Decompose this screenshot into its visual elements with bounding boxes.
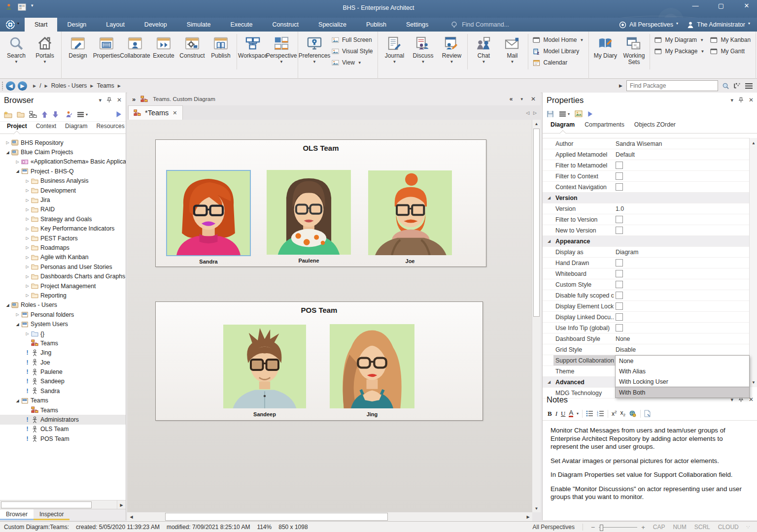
ribbon-tab-simulate[interactable]: Simulate xyxy=(177,18,221,32)
tree-item-sandeep[interactable]: !Sandeep xyxy=(0,377,126,386)
actor-sandra[interactable]: Sandra xyxy=(167,170,250,265)
ribbon-visual-style-button[interactable]: Visual Style xyxy=(332,46,373,56)
ribbon-view-button[interactable]: View▼ xyxy=(332,58,373,67)
ribbon-review-button[interactable]: Review▼ xyxy=(437,33,466,70)
property-section-version[interactable]: ◢Version xyxy=(543,193,750,203)
ribbon-search-button[interactable]: Search▼ xyxy=(2,33,31,70)
ribbon-collaborate-button[interactable]: Collaborate xyxy=(121,33,149,70)
property-row-version[interactable]: Version1.0 xyxy=(543,203,750,214)
ribbon-my-gantt-button[interactable]: My Gantt xyxy=(710,46,751,56)
save-icon[interactable] xyxy=(547,110,554,118)
property-row-use-info-tip-global-[interactable]: Use Info Tip (global) xyxy=(543,323,750,333)
close-button[interactable]: ✕ xyxy=(740,2,753,9)
tree-item-agile-with-kanban[interactable]: ▷Agile with Kanban xyxy=(0,253,126,262)
font-color-caret-icon[interactable]: ▾ xyxy=(577,411,579,416)
tree-item-strategy-and-goals[interactable]: ▷Strategy and Goals xyxy=(0,214,126,224)
tree-item-reporting[interactable]: ▷Reporting xyxy=(0,291,126,300)
tree-item-blue-claim-projects[interactable]: ◢Blue Claim Projects xyxy=(0,147,126,157)
zoom-out-icon[interactable]: − xyxy=(591,523,595,531)
ribbon-discuss-button[interactable]: Discuss▼ xyxy=(409,33,437,70)
ribbon-working-sets-button[interactable]: Working Sets xyxy=(619,33,648,70)
ribbon-tab-construct[interactable]: Construct xyxy=(263,18,309,32)
ribbon-tab-specialize[interactable]: Specialize xyxy=(309,18,356,32)
properties-close-icon[interactable]: ✕ xyxy=(749,97,754,103)
picture-frame-icon[interactable] xyxy=(575,110,583,117)
team-box-ols-team[interactable]: OLS Team Sandra Paulene Joe xyxy=(155,139,486,267)
checkbox[interactable] xyxy=(616,292,623,299)
property-row-display-linked-docu-[interactable]: Display Linked Docu... xyxy=(543,312,750,323)
tree-item-administrators[interactable]: !Administrators xyxy=(0,415,126,424)
tree-item-key-performance-indicators[interactable]: ▷Key Performance Indicators xyxy=(0,224,126,233)
back-button[interactable]: ◀ xyxy=(6,81,15,91)
checkbox[interactable] xyxy=(616,313,623,321)
tree-item-teams[interactable]: Teams xyxy=(0,338,126,348)
dropdown-option-none[interactable]: None xyxy=(616,356,749,366)
folder-icon[interactable] xyxy=(17,111,25,118)
browser-hscrollbar[interactable]: ▶ xyxy=(0,500,126,509)
tree-item-sandra[interactable]: !Sandra xyxy=(0,386,126,396)
bottom-tab-inspector[interactable]: Inspector xyxy=(34,509,69,520)
browser-hamburger-icon[interactable]: ▾ xyxy=(77,112,88,117)
tree-item-personas-and-user-stories[interactable]: ▷Personas and User Stories xyxy=(0,262,126,271)
browser-tab-project[interactable]: Project xyxy=(3,122,31,133)
canvas-hscrollbar[interactable]: ◀ ▶ xyxy=(127,512,532,521)
tree-item--[interactable]: ▷{} xyxy=(0,329,126,338)
italic-button[interactable]: I xyxy=(555,410,557,418)
doc-caret-icon[interactable]: ▾ xyxy=(520,97,523,101)
tree-item-jira[interactable]: ▷Jira xyxy=(0,195,126,204)
property-row-dashboard-style[interactable]: Dashboard StyleNone xyxy=(543,333,750,344)
move-up-icon[interactable] xyxy=(41,111,48,118)
find-command[interactable]: Find Command... xyxy=(451,18,509,32)
checkbox[interactable] xyxy=(616,302,623,310)
properties-play-icon[interactable] xyxy=(587,111,593,117)
properties-tab-diagram[interactable]: Diagram xyxy=(547,120,579,133)
property-section-appearance[interactable]: ◢Appearance xyxy=(543,236,750,247)
property-row-applied-metamodel[interactable]: Applied MetamodelDefault xyxy=(543,149,750,160)
tree-item-jing[interactable]: !Jing xyxy=(0,348,126,358)
property-row-whiteboard[interactable]: Whiteboard xyxy=(543,268,750,279)
new-package-icon[interactable] xyxy=(4,111,12,118)
ribbon-properties-button[interactable]: Properties xyxy=(92,33,121,70)
tree-item-dashboards-charts-and-graphs[interactable]: ▷Dashboards Charts and Graphs xyxy=(0,271,126,281)
breadcrumb-item[interactable]: Roles - Users xyxy=(51,82,87,89)
property-row-new-to-version[interactable]: New to Version xyxy=(543,225,750,236)
checkbox[interactable] xyxy=(616,324,623,332)
properties-tab-objects-zorder[interactable]: Objects ZOrder xyxy=(630,120,680,133)
canvas-vscrollbar[interactable]: ▲ ▼ xyxy=(532,120,541,512)
ribbon-chat-button[interactable]: Chat▼ xyxy=(469,33,498,70)
tab-close-icon[interactable]: ✕ xyxy=(172,110,177,116)
tree-item-teams[interactable]: Teams xyxy=(0,405,126,415)
tree-item--applicationschema-basic-application[interactable]: ▷«ApplicationSchema» Basic Application xyxy=(0,157,126,166)
checkbox[interactable] xyxy=(616,183,623,191)
status-toggle-scrl[interactable]: SCRL xyxy=(694,524,710,531)
ribbon-model-home-button[interactable]: Model Home▼ xyxy=(533,35,584,45)
ribbon-tab-develop[interactable]: Develop xyxy=(135,18,177,32)
dropdown-option-with-locking-user[interactable]: With Locking User xyxy=(616,376,749,387)
ribbon-journal-button[interactable]: Journal▼ xyxy=(380,33,409,70)
ribbon-my-diagram-button[interactable]: My Diagram▼ xyxy=(654,35,704,45)
subscript-button[interactable]: x2 xyxy=(620,409,625,417)
ribbon-my-kanban-button[interactable]: My Kanban xyxy=(710,35,751,45)
tree-item-project-management[interactable]: ▷Project Management xyxy=(0,281,126,291)
checkbox[interactable] xyxy=(616,172,623,180)
property-row-filter-to-metamodel[interactable]: Filter to Metamodel xyxy=(543,160,750,171)
find-package-input[interactable] xyxy=(626,80,718,91)
forward-button[interactable]: ▶ xyxy=(18,81,27,91)
property-row-context-navigation[interactable]: Context Navigation xyxy=(543,182,750,193)
browser-menu-caret-icon[interactable]: ▾ xyxy=(99,97,102,103)
ribbon-tab-settings[interactable]: Settings xyxy=(396,18,438,32)
user-menu[interactable]: The Administrator▾ xyxy=(687,21,750,29)
ribbon-execute-button[interactable]: Execute xyxy=(149,33,178,70)
zoom-slider[interactable]: − + xyxy=(591,523,645,531)
actor-jing[interactable]: Jing xyxy=(330,324,414,417)
property-row-hand-drawn[interactable]: Hand Drawn xyxy=(543,258,750,268)
menu-icon[interactable] xyxy=(745,83,753,89)
tree-item-bhs-repository[interactable]: ▷BHS Repository xyxy=(0,138,126,147)
checkbox[interactable] xyxy=(616,162,623,169)
tree-item-teams[interactable]: ◢Teams xyxy=(0,396,126,405)
property-row-disable-fully-scoped-o-[interactable]: Disable fully scoped o... xyxy=(543,290,750,301)
ribbon-construct-button[interactable]: Construct xyxy=(178,33,206,70)
browser-tab-resources[interactable]: Resources xyxy=(92,122,128,133)
font-color-button[interactable]: A xyxy=(569,410,573,417)
tree-item-roadmaps[interactable]: ▷Roadmaps xyxy=(0,243,126,252)
